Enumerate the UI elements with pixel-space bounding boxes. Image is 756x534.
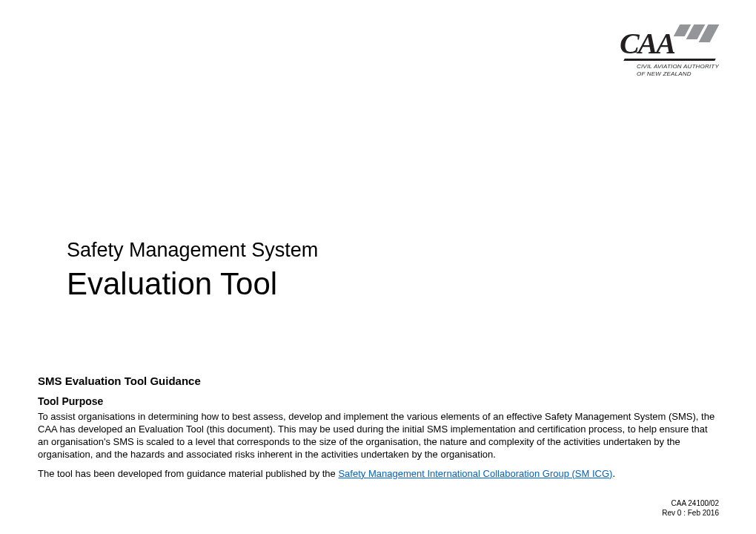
logo-subtitle: CIVIL AVIATION AUTHORITY OF NEW ZEALAND xyxy=(617,63,719,77)
footer-rev: Rev 0 : Feb 2016 xyxy=(662,508,719,518)
document-page: CAA CIVIL AVIATION AUTHORITY OF NEW ZEAL… xyxy=(0,0,756,534)
title-main: Evaluation Tool xyxy=(67,266,318,302)
footer: CAA 24100/02 Rev 0 : Feb 2016 xyxy=(662,498,719,518)
title-block: Safety Management System Evaluation Tool xyxy=(67,239,318,302)
sub-heading: Tool Purpose xyxy=(38,395,719,407)
section-heading: SMS Evaluation Tool Guidance xyxy=(38,375,719,387)
logo-text: CAA xyxy=(620,29,674,59)
para2-suffix: . xyxy=(612,468,615,479)
logo-stripes-icon xyxy=(677,24,714,42)
sm-icg-link[interactable]: Safety Management International Collabor… xyxy=(338,468,612,479)
footer-code: CAA 24100/02 xyxy=(662,498,719,508)
logo-mark: CAA xyxy=(623,24,719,60)
paragraph-2: The tool has been developed from guidanc… xyxy=(38,467,719,480)
logo-underline xyxy=(623,59,716,61)
logo-sub-line1: CIVIL AVIATION AUTHORITY xyxy=(637,63,719,70)
title-supertitle: Safety Management System xyxy=(67,239,318,262)
paragraph-1: To assist organisations in determining h… xyxy=(38,410,719,461)
body-content: SMS Evaluation Tool Guidance Tool Purpos… xyxy=(38,375,719,486)
para2-prefix: The tool has been developed from guidanc… xyxy=(38,468,338,479)
logo-sub-line2: OF NEW ZEALAND xyxy=(637,70,692,77)
caa-logo: CAA CIVIL AVIATION AUTHORITY OF NEW ZEAL… xyxy=(617,24,719,77)
